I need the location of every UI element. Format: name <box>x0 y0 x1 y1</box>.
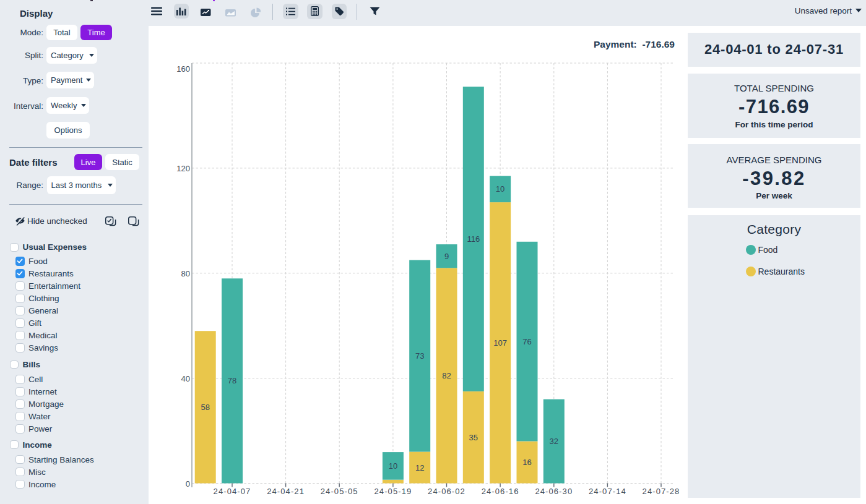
svg-text:82: 82 <box>442 371 451 380</box>
svg-text:24-05-05: 24-05-05 <box>321 487 358 496</box>
svg-text:9: 9 <box>444 252 449 261</box>
svg-text:35: 35 <box>469 433 478 442</box>
svg-text:78: 78 <box>228 376 236 385</box>
svg-text:24-05-19: 24-05-19 <box>374 487 412 496</box>
svg-text:107: 107 <box>493 338 507 348</box>
svg-text:32: 32 <box>550 437 558 446</box>
svg-text:40: 40 <box>181 374 190 383</box>
svg-text:10: 10 <box>389 461 397 471</box>
svg-text:12: 12 <box>415 463 424 472</box>
svg-text:24-07-14: 24-07-14 <box>589 487 626 496</box>
svg-text:120: 120 <box>176 164 190 173</box>
svg-text:73: 73 <box>415 351 424 361</box>
svg-text:24-04-21: 24-04-21 <box>267 487 305 496</box>
svg-text:58: 58 <box>201 403 209 412</box>
svg-text:24-04-07: 24-04-07 <box>214 487 251 496</box>
svg-text:24-06-30: 24-06-30 <box>535 487 573 496</box>
svg-text:0: 0 <box>186 479 190 489</box>
svg-text:116: 116 <box>467 234 480 244</box>
svg-text:160: 160 <box>176 64 190 74</box>
svg-text:80: 80 <box>181 269 190 278</box>
svg-text:16: 16 <box>522 458 531 467</box>
svg-text:24-06-02: 24-06-02 <box>428 487 465 496</box>
svg-text:76: 76 <box>522 337 531 346</box>
svg-text:10: 10 <box>496 184 504 194</box>
svg-text:24-06-16: 24-06-16 <box>482 487 519 496</box>
svg-text:24-07-28: 24-07-28 <box>643 487 680 496</box>
